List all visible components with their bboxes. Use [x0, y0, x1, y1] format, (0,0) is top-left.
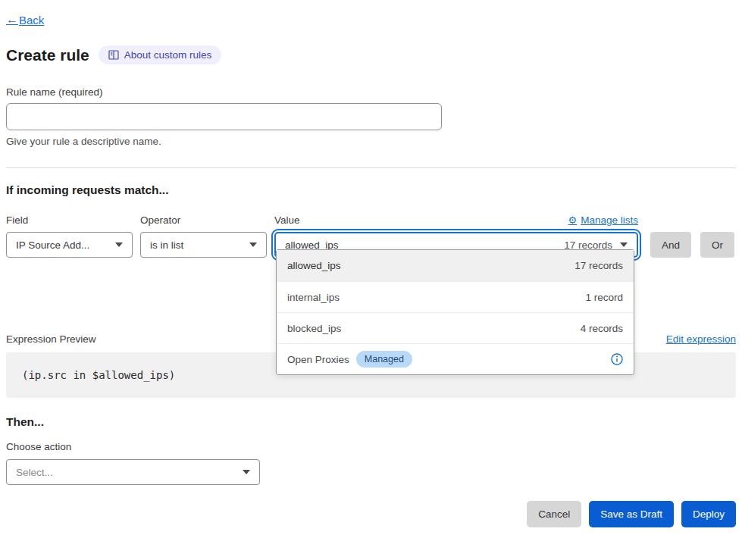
- create-rule-page: ←Back Create rule About custom rules Rul…: [0, 0, 742, 560]
- or-button[interactable]: Or: [700, 232, 734, 258]
- expression-code: (ip.src in $allowed_ips): [22, 369, 175, 381]
- choose-action-label: Choose action: [6, 441, 736, 452]
- list-name: Open Proxies: [287, 354, 349, 365]
- expression-preview-label: Expression Preview: [6, 333, 96, 345]
- back-label: Back: [19, 14, 44, 27]
- field-select-value: IP Source Add...: [16, 239, 108, 251]
- operator-select-value: is in list: [150, 239, 242, 251]
- chevron-down-icon: [243, 470, 250, 474]
- edit-expression-link[interactable]: Edit expression: [666, 333, 736, 345]
- field-select[interactable]: IP Source Add...: [6, 232, 133, 258]
- back-link[interactable]: ←Back: [6, 13, 44, 27]
- rule-name-helper: Give your rule a descriptive name.: [6, 136, 736, 147]
- back-arrow-icon: ←: [6, 13, 18, 27]
- field-label: Field: [6, 214, 133, 226]
- chevron-down-icon: [115, 242, 123, 247]
- operator-select[interactable]: is in list: [140, 232, 267, 258]
- back-row: ←Back: [6, 0, 736, 27]
- about-custom-rules-badge[interactable]: About custom rules: [99, 45, 222, 64]
- footer-actions: Cancel Save as Draft Deploy: [6, 501, 736, 527]
- about-badge-label: About custom rules: [124, 49, 212, 61]
- manage-lists-label: Manage lists: [581, 214, 638, 226]
- manage-lists-link[interactable]: ⚙ Manage lists: [568, 214, 638, 226]
- list-name: blocked_ips: [287, 323, 341, 334]
- book-icon: [108, 50, 119, 60]
- action-select-placeholder: Select...: [16, 467, 235, 478]
- list-record-count: 17 records: [575, 260, 623, 271]
- action-select[interactable]: Select...: [6, 459, 260, 485]
- chevron-down-icon: [249, 242, 257, 247]
- dropdown-item-blocked-ips[interactable]: blocked_ips 4 records: [277, 312, 634, 343]
- deploy-button[interactable]: Deploy: [681, 501, 736, 527]
- operator-label: Operator: [140, 214, 267, 226]
- list-name: internal_ips: [287, 292, 340, 303]
- cancel-button[interactable]: Cancel: [527, 501, 581, 527]
- list-record-count: 1 record: [585, 292, 623, 303]
- section-divider: [6, 167, 736, 168]
- chevron-down-icon: [620, 242, 628, 247]
- managed-badge: Managed: [356, 351, 412, 368]
- list-name: allowed_ips: [287, 260, 341, 271]
- value-dropdown-menu: allowed_ips 17 records internal_ips 1 re…: [276, 249, 634, 375]
- save-as-draft-button[interactable]: Save as Draft: [589, 501, 674, 527]
- dropdown-item-open-proxies[interactable]: Open Proxies Managed: [277, 343, 634, 374]
- match-section-heading: If incoming requests match...: [6, 183, 736, 197]
- rule-name-input[interactable]: [6, 103, 442, 130]
- and-button[interactable]: And: [650, 232, 691, 258]
- gear-icon: ⚙: [568, 214, 578, 226]
- info-icon[interactable]: [611, 353, 623, 365]
- page-title: Create rule: [6, 46, 89, 64]
- rule-name-label: Rule name (required): [6, 86, 736, 98]
- condition-row: Field IP Source Add... Operator is in li…: [6, 214, 736, 258]
- title-row: Create rule About custom rules: [6, 45, 736, 64]
- dropdown-item-allowed-ips[interactable]: allowed_ips 17 records: [277, 250, 634, 281]
- list-record-count: 4 records: [581, 323, 623, 334]
- dropdown-item-internal-ips[interactable]: internal_ips 1 record: [277, 281, 634, 312]
- value-label: Value: [274, 214, 300, 226]
- then-section-heading: Then...: [6, 415, 736, 429]
